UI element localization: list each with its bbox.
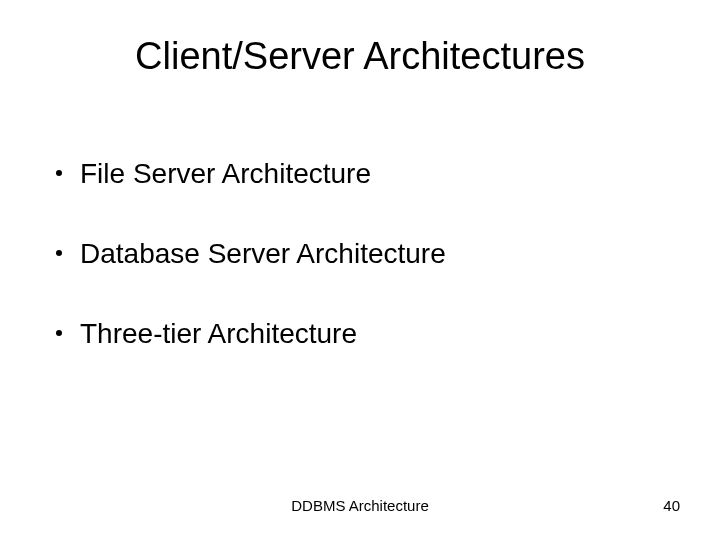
slide-title: Client/Server Architectures	[50, 35, 670, 78]
bullet-icon	[56, 170, 62, 176]
footer-label: DDBMS Architecture	[291, 497, 429, 514]
bullet-icon	[56, 330, 62, 336]
bullet-list: File Server Architecture Database Server…	[50, 158, 670, 350]
list-item: Three-tier Architecture	[50, 318, 670, 350]
list-item: Database Server Architecture	[50, 238, 670, 270]
page-number: 40	[663, 497, 680, 514]
bullet-text: Database Server Architecture	[80, 238, 446, 269]
bullet-text: File Server Architecture	[80, 158, 371, 189]
slide-container: Client/Server Architectures File Server …	[0, 0, 720, 540]
bullet-icon	[56, 250, 62, 256]
bullet-text: Three-tier Architecture	[80, 318, 357, 349]
list-item: File Server Architecture	[50, 158, 670, 190]
